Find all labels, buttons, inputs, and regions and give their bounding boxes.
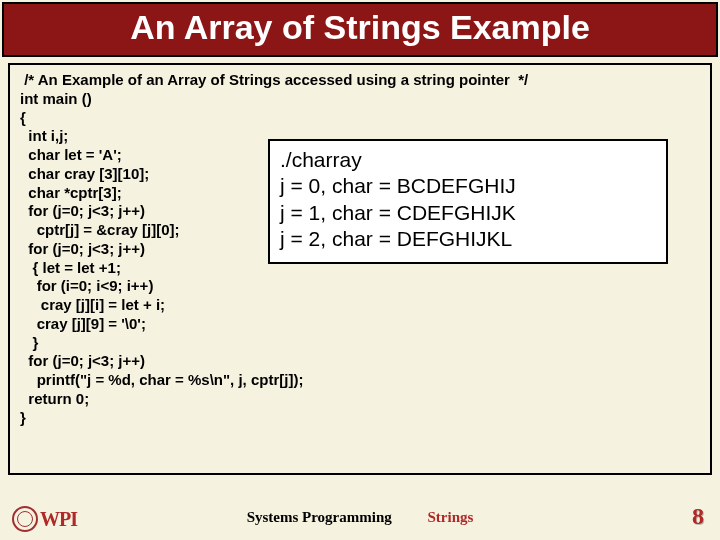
footer-center: Systems Programming Strings xyxy=(0,509,720,526)
footer: WPI Systems Programming Strings 8 xyxy=(0,500,720,534)
output-text: ./charray j = 0, char = BCDEFGHIJ j = 1,… xyxy=(280,148,516,250)
footer-course: Systems Programming xyxy=(247,509,392,525)
title-text: An Array of Strings Example xyxy=(130,8,590,46)
code-block: /* An Example of an Array of Strings acc… xyxy=(8,63,712,475)
page-number: 8 xyxy=(692,503,704,530)
footer-topic: Strings xyxy=(428,509,474,525)
output-box: ./charray j = 0, char = BCDEFGHIJ j = 1,… xyxy=(268,139,668,264)
slide-title: An Array of Strings Example xyxy=(2,2,718,57)
